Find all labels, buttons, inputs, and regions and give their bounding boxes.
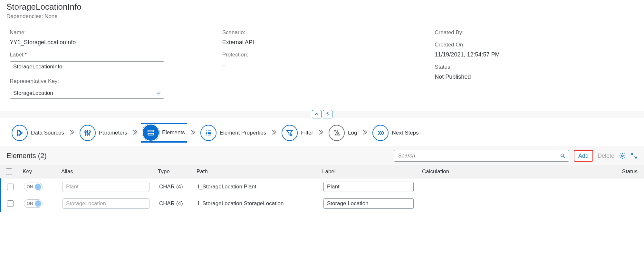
toggle-knob xyxy=(35,200,41,207)
search-input[interactable] xyxy=(397,152,560,159)
elements-header: Elements (2) Add Delete xyxy=(0,146,644,165)
svg-point-2 xyxy=(89,131,91,132)
svg-point-1 xyxy=(87,133,89,135)
svg-rect-4 xyxy=(148,133,153,135)
data-sources-icon xyxy=(12,125,28,141)
wizard-bar: Data Sources Parameters Elements Element… xyxy=(0,118,644,146)
col-status: Status xyxy=(474,168,641,175)
pin-button[interactable] xyxy=(323,110,332,118)
gear-icon xyxy=(619,152,626,159)
type-value: CHAR (4) xyxy=(159,200,198,207)
wizard-label: Parameters xyxy=(99,130,127,136)
add-button[interactable]: Add xyxy=(574,150,593,162)
section-divider xyxy=(0,111,644,118)
wizard-step-next-steps[interactable]: Next Steps xyxy=(370,125,420,141)
scenario-value: External API xyxy=(222,39,422,46)
search-icon xyxy=(560,153,566,159)
col-label: Label xyxy=(322,168,422,175)
header-section: StorageLocationInfo Dependencies: None N… xyxy=(0,0,644,111)
table-header: Key Alias Type Path Label Calculation St… xyxy=(0,165,644,178)
label-label: Label:* xyxy=(10,52,209,58)
wizard-separator xyxy=(189,129,197,137)
col-alias: Alias xyxy=(61,168,158,175)
label-input[interactable] xyxy=(323,182,414,192)
filter-icon xyxy=(282,125,298,141)
key-toggle[interactable]: ON xyxy=(24,199,43,208)
row-checkbox[interactable] xyxy=(7,184,14,190)
settings-button[interactable] xyxy=(619,152,626,159)
wizard-step-log[interactable]: Log xyxy=(327,125,359,141)
wizard-label: Element Properties xyxy=(220,130,266,136)
wizard-separator xyxy=(361,129,369,137)
col-calculation: Calculation xyxy=(422,168,474,175)
chevron-right-icon xyxy=(271,129,277,136)
wizard-label: Log xyxy=(348,130,357,136)
svg-rect-3 xyxy=(148,130,153,132)
label-input[interactable] xyxy=(323,198,414,209)
repkey-value: StorageLocation xyxy=(13,90,53,96)
chevron-right-icon xyxy=(361,129,368,136)
dependencies-text: Dependencies: None xyxy=(6,13,638,20)
status-label: Status: xyxy=(435,64,634,70)
wizard-separator xyxy=(131,129,139,137)
type-value: CHAR (4) xyxy=(159,184,198,190)
protection-value: – xyxy=(222,61,422,68)
wizard-label: Data Sources xyxy=(31,130,64,136)
chevron-right-icon xyxy=(318,129,324,136)
select-all-checkbox[interactable] xyxy=(6,168,12,175)
protection-label: Protection: xyxy=(222,52,422,58)
elements-table: Key Alias Type Path Label Calculation St… xyxy=(0,165,644,212)
chevron-down-icon xyxy=(156,91,161,95)
wizard-label: Next Steps xyxy=(392,130,418,136)
alias-input xyxy=(62,198,149,209)
row-checkbox[interactable] xyxy=(7,200,14,207)
collapse-up-button[interactable] xyxy=(312,110,322,118)
table-row: ON CHAR (4) I_StorageLocation.Plant xyxy=(0,178,644,195)
svg-point-5 xyxy=(561,154,564,157)
pin-icon xyxy=(325,112,330,116)
wizard-step-elements[interactable]: Elements xyxy=(141,123,187,143)
svg-point-0 xyxy=(85,131,86,133)
key-toggle[interactable]: ON xyxy=(24,183,43,191)
next-steps-icon xyxy=(372,125,389,141)
col-key: Key xyxy=(23,168,61,175)
createdon-value: 11/19/2021, 12:54:57 PM xyxy=(435,51,634,58)
svg-point-6 xyxy=(621,155,623,157)
createdby-label: Created By: xyxy=(435,29,634,36)
fullscreen-button[interactable] xyxy=(630,152,638,159)
createdon-label: Created On: xyxy=(435,42,634,48)
createdby-field: Created By: xyxy=(435,29,634,36)
repkey-field: Representative Key: StorageLocation xyxy=(10,78,209,99)
name-field: Name: YY1_StorageLocationInfo xyxy=(10,29,209,46)
search-field[interactable] xyxy=(394,150,569,162)
repkey-label: Representative Key: xyxy=(10,78,209,85)
wizard-step-element-properties[interactable]: Element Properties xyxy=(198,125,268,141)
toggle-knob xyxy=(35,184,41,190)
table-row: ON CHAR (4) I_StorageLocation.StorageLoc… xyxy=(0,195,644,212)
protection-field: Protection: – xyxy=(222,52,422,68)
repkey-select[interactable]: StorageLocation xyxy=(10,88,164,99)
wizard-separator xyxy=(270,129,278,137)
label-input[interactable] xyxy=(10,61,164,72)
label-field: Label:* xyxy=(10,52,209,72)
wizard-separator xyxy=(317,129,325,137)
divider-buttons xyxy=(311,110,333,118)
wizard-step-parameters[interactable]: Parameters xyxy=(78,125,129,141)
log-icon xyxy=(329,125,345,141)
page-title: StorageLocationInfo xyxy=(6,2,638,12)
form-grid: Name: YY1_StorageLocationInfo Label:* Re… xyxy=(6,29,638,105)
elements-section: Elements (2) Add Delete Key Alias Type P… xyxy=(0,146,644,212)
chevron-right-icon xyxy=(69,129,75,136)
path-value: I_StorageLocation.Plant xyxy=(198,184,323,190)
element-properties-icon xyxy=(200,125,216,141)
parameters-icon xyxy=(80,125,96,141)
wizard-label: Elements xyxy=(162,129,185,136)
wizard-step-filter[interactable]: Filter xyxy=(280,125,315,141)
col-type: Type xyxy=(158,168,197,175)
wizard-step-data-sources[interactable]: Data Sources xyxy=(10,125,66,141)
createdon-field: Created On: 11/19/2021, 12:54:57 PM xyxy=(435,42,634,58)
scenario-label: Scenario: xyxy=(222,29,422,36)
wizard-separator xyxy=(68,129,76,137)
elements-title: Elements (2) xyxy=(6,152,47,160)
col-path: Path xyxy=(197,168,322,175)
